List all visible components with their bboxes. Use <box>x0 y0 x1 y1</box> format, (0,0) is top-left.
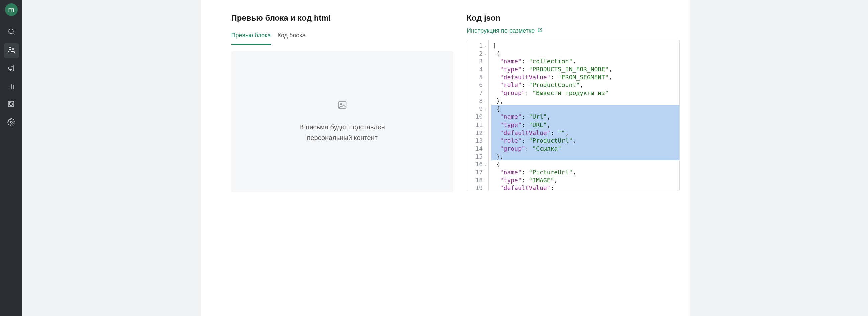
logo-letter: m <box>8 5 14 14</box>
json-column: Код json Инструкция по разметке 1⌄2⌄3456… <box>467 0 689 316</box>
svg-point-0 <box>9 29 13 34</box>
gutter-line: 16⌄ <box>471 160 486 168</box>
gutter-line: 18 <box>471 176 486 184</box>
tab-preview[interactable]: Превью блока <box>231 32 271 45</box>
code-line[interactable]: "defaultValue": "FROM_SEGMENT", <box>491 73 679 81</box>
svg-point-7 <box>10 121 12 123</box>
gutter-line: 5 <box>471 73 486 81</box>
json-docs-link-text: Инструкция по разметке <box>467 27 535 34</box>
gutter-line: 4 <box>471 65 486 73</box>
bar-chart-icon <box>7 82 16 91</box>
nav-integrations[interactable] <box>4 97 19 113</box>
code-line[interactable]: }, <box>491 153 679 161</box>
page: Превью блока и код html Превью блока Код… <box>201 0 690 316</box>
code-line[interactable]: "role": "ProductUrl", <box>491 137 679 145</box>
gutter-line: 15 <box>471 153 486 161</box>
editor-gutter: 1⌄2⌄3456789⌄10111213141516⌄171819 <box>467 40 489 191</box>
code-line[interactable]: "defaultValue": "", <box>491 129 679 137</box>
nav-search[interactable] <box>4 25 19 40</box>
gutter-line: 19 <box>471 184 486 191</box>
page-title: Превью блока и код html <box>231 13 454 23</box>
preview-column: Превью блока и код html Превью блока Код… <box>231 0 454 316</box>
code-line[interactable]: "group": "Вывести продукты из" <box>491 89 679 97</box>
code-line[interactable]: [ <box>491 41 679 50</box>
code-line[interactable]: "name": "collection", <box>491 57 679 65</box>
gutter-line: 17 <box>471 168 486 176</box>
tabs: Превью блока Код блока <box>231 32 454 45</box>
tab-code[interactable]: Код блока <box>277 32 306 45</box>
code-line[interactable]: "name": "Url", <box>491 113 679 121</box>
svg-point-3 <box>12 48 14 50</box>
json-editor[interactable]: 1⌄2⌄3456789⌄10111213141516⌄171819 [ { "n… <box>467 40 679 191</box>
preview-text-line2: персональный контент <box>300 132 385 143</box>
editor-code[interactable]: [ { "name": "collection", "type": "PRODU… <box>489 40 679 191</box>
svg-line-1 <box>13 33 14 35</box>
people-icon <box>7 46 16 55</box>
search-icon <box>7 28 16 37</box>
svg-point-9 <box>340 104 342 105</box>
code-line[interactable]: "type": "URL", <box>491 121 679 129</box>
gutter-line: 2⌄ <box>471 50 486 58</box>
gutter-line: 6 <box>471 81 486 89</box>
puzzle-icon <box>7 100 16 110</box>
svg-point-2 <box>9 48 11 50</box>
code-line[interactable]: "group": "Ссылка" <box>491 145 679 153</box>
sidebar: m <box>0 0 23 316</box>
nav-campaigns[interactable] <box>4 61 19 76</box>
preview-text-line1: В письма будет подставлен <box>300 121 385 132</box>
nav-people[interactable] <box>4 43 19 58</box>
gutter-line: 9⌄ <box>471 105 486 113</box>
json-docs-link[interactable]: Инструкция по разметке <box>467 27 543 34</box>
gutter-line: 14 <box>471 145 486 153</box>
nav-settings[interactable] <box>4 115 19 131</box>
code-line[interactable]: "role": "ProductCount", <box>491 81 679 89</box>
gutter-line: 11 <box>471 121 486 129</box>
gutter-line: 13 <box>471 137 486 145</box>
code-line[interactable]: "defaultValue": <box>491 184 679 191</box>
preview-placeholder: В письма будет подставлен персональный к… <box>231 51 454 192</box>
code-line[interactable]: { <box>491 50 679 58</box>
gutter-line: 7 <box>471 89 486 97</box>
code-line[interactable]: { <box>491 160 679 168</box>
code-line[interactable]: "type": "PRODUCTS_IN_FOR_NODE", <box>491 65 679 73</box>
main: Превью блока и код html Превью блока Код… <box>23 0 868 316</box>
preview-text: В письма будет подставлен персональный к… <box>300 121 385 143</box>
gutter-line: 10 <box>471 113 486 121</box>
code-line[interactable]: { <box>491 105 679 113</box>
gutter-line: 12 <box>471 129 486 137</box>
app-logo[interactable]: m <box>5 3 18 16</box>
nav-analytics[interactable] <box>4 79 19 94</box>
image-icon <box>337 100 347 121</box>
tab-label: Код блока <box>277 32 306 39</box>
code-line[interactable]: }, <box>491 97 679 105</box>
json-section-title: Код json <box>467 13 679 23</box>
code-line[interactable]: "name": "PictureUrl", <box>491 168 679 176</box>
megaphone-icon <box>7 64 16 73</box>
code-line[interactable]: "type": "IMAGE", <box>491 176 679 184</box>
gear-icon <box>7 118 16 127</box>
gutter-line: 1⌄ <box>471 41 486 50</box>
gutter-line: 8 <box>471 97 486 105</box>
gutter-line: 3 <box>471 57 486 65</box>
external-link-icon <box>537 27 543 34</box>
tab-label: Превью блока <box>231 32 271 39</box>
